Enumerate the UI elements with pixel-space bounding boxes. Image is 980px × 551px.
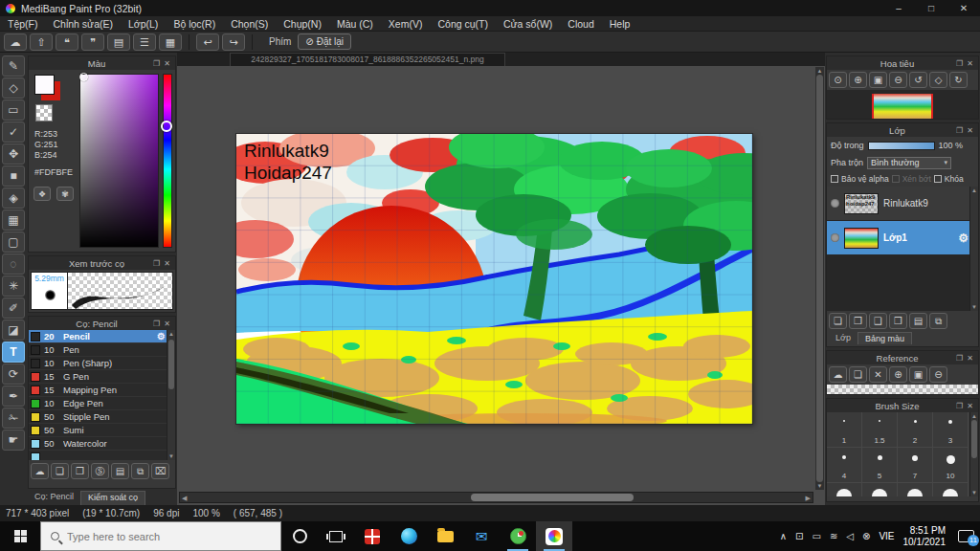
delete-icon[interactable]: ⌧ xyxy=(151,463,169,479)
green-app-button[interactable] xyxy=(500,521,536,551)
gear-icon[interactable]: ⚙ xyxy=(958,231,969,245)
canvas-horizontal-scrollbar[interactable]: ◀ ▶ xyxy=(179,492,813,503)
reset-rotation-icon[interactable]: ◇ xyxy=(929,72,947,88)
brush-size-option[interactable]: 2 xyxy=(898,412,933,448)
menu-cloud[interactable]: Cloud xyxy=(560,18,601,30)
tab-bang-mau[interactable]: Bảng màu xyxy=(858,332,912,344)
fill-tool[interactable]: ■ xyxy=(2,165,25,187)
maximize-button[interactable]: □ xyxy=(915,3,947,13)
mail-button[interactable]: ✉ xyxy=(463,521,500,551)
brush-row-clipped[interactable] xyxy=(29,451,175,460)
brush-row-watercolor[interactable]: 50 Watercolor xyxy=(29,437,175,451)
saturation-value-picker[interactable] xyxy=(79,74,159,248)
new-8bit-layer-icon[interactable]: ❐ xyxy=(849,313,867,329)
zoom-actual-icon[interactable]: ⊙ xyxy=(829,72,847,88)
brush-size-option[interactable]: 10 xyxy=(933,448,969,483)
canvas[interactable]: Rinlukatk9 Hoidap247 xyxy=(236,134,752,424)
clear-icon[interactable]: ✕ xyxy=(869,366,887,383)
sv-cursor[interactable] xyxy=(79,73,88,81)
tab-lop[interactable]: Lớp xyxy=(829,332,858,344)
popout-icon[interactable]: ❐ xyxy=(151,320,162,328)
panel-settings-icon[interactable]: ▦ xyxy=(159,33,182,51)
script-brush-icon[interactable]: Ⓢ xyxy=(91,463,109,479)
navigator-preview[interactable] xyxy=(827,90,978,119)
menu-help[interactable]: Help xyxy=(602,18,638,30)
menu-chon[interactable]: Chọn(S) xyxy=(223,18,276,30)
file-explorer-button[interactable] xyxy=(427,521,463,551)
brush-size-option[interactable]: 1 xyxy=(827,412,862,448)
eraser-tool[interactable]: ◇ xyxy=(2,77,25,99)
brush-size-option[interactable] xyxy=(827,483,862,496)
menu-mau[interactable]: Màu (C) xyxy=(329,18,381,30)
scrollbar-thumb[interactable] xyxy=(168,340,174,389)
start-button[interactable] xyxy=(0,521,40,551)
brush-size-option[interactable]: 3 xyxy=(933,412,969,448)
chat-icon[interactable]: ❞ xyxy=(81,33,104,51)
redo-button[interactable]: ↪ xyxy=(222,33,245,51)
open-folder-icon[interactable]: ❏ xyxy=(849,366,867,383)
edge-button[interactable] xyxy=(390,521,427,551)
tablet-icon[interactable]: ⊡ xyxy=(795,531,803,541)
brush-row-pen[interactable]: 10 Pen xyxy=(29,343,175,357)
close-icon[interactable]: ✕ xyxy=(162,320,172,328)
notification-center-icon[interactable]: 11 xyxy=(958,530,974,542)
close-icon[interactable]: ✕ xyxy=(965,59,975,68)
menu-tep[interactable]: Tệp(F) xyxy=(0,18,46,30)
scroll-up-icon[interactable]: ▲ xyxy=(167,331,175,337)
fit-screen-icon[interactable]: ▣ xyxy=(869,72,887,88)
menu-cong-cu[interactable]: Công cụ(T) xyxy=(430,18,496,30)
primary-color-swatch[interactable] xyxy=(34,75,55,95)
cloud-upload-icon[interactable]: ☁ xyxy=(31,463,49,479)
gradient-tool[interactable]: ▦ xyxy=(2,209,25,231)
brush-size-option[interactable]: 5 xyxy=(862,448,898,483)
menu-lop[interactable]: Lớp(L) xyxy=(121,18,166,30)
text-tool[interactable]: T xyxy=(2,342,25,363)
close-icon[interactable]: ✕ xyxy=(162,259,172,268)
scroll-left-icon[interactable]: ◀ xyxy=(182,495,187,502)
scroll-down-icon[interactable]: ▼ xyxy=(815,483,824,489)
magic-wand-tool[interactable]: ✳ xyxy=(2,276,25,297)
palette-icon[interactable]: ❖ xyxy=(33,187,51,201)
medibang-taskbar-button[interactable] xyxy=(536,521,572,551)
tab-kiem-soat-co[interactable]: Kiểm soát cọ xyxy=(80,491,145,505)
popout-icon[interactable]: ❐ xyxy=(954,402,965,410)
tray-chevron-icon[interactable]: ∧ xyxy=(780,531,787,541)
duplicate-layer-icon[interactable]: ⧉ xyxy=(929,313,947,329)
menu-cua-so[interactable]: Cửa sổ(W) xyxy=(496,18,560,30)
close-icon[interactable]: ✕ xyxy=(965,402,975,410)
cloud-upload-icon[interactable]: ☁ xyxy=(829,366,847,383)
checklist-icon[interactable]: ☰ xyxy=(133,33,156,51)
brush-size-option[interactable]: 7 xyxy=(898,448,933,483)
cortana-button[interactable] xyxy=(281,521,318,551)
close-icon[interactable]: ✕ xyxy=(965,126,975,135)
scrollbar-thumb[interactable] xyxy=(971,420,977,458)
figure-tool[interactable]: ▭ xyxy=(2,99,25,121)
comment-icon[interactable]: ❝ xyxy=(56,33,78,51)
zoom-out-icon[interactable]: ⊖ xyxy=(889,72,907,88)
new-layer-icon[interactable]: ❏ xyxy=(829,313,847,329)
battery-icon[interactable]: ▭ xyxy=(812,531,820,541)
layer-list-scrollbar[interactable]: ▲ ▼ xyxy=(969,187,978,311)
layer-folder-icon[interactable]: ▤ xyxy=(909,313,927,329)
brush-size-option[interactable]: 4 xyxy=(827,448,862,483)
scroll-down-icon[interactable]: ▼ xyxy=(970,304,978,310)
canvas-vertical-scrollbar[interactable]: ▲ ▼ xyxy=(815,67,824,490)
scrollbar-thumb[interactable] xyxy=(816,75,823,482)
close-icon[interactable]: ✕ xyxy=(965,354,975,363)
duplicate-icon[interactable]: ⧉ xyxy=(131,463,149,479)
select-tool[interactable]: ▢ xyxy=(2,231,25,253)
zoom-in-icon[interactable]: ⊕ xyxy=(889,366,907,383)
add-brush-menu-icon[interactable]: ❐ xyxy=(71,463,89,479)
popout-icon[interactable]: ❐ xyxy=(151,59,162,68)
scroll-up-icon[interactable]: ▲ xyxy=(815,68,824,74)
transparent-swatch[interactable] xyxy=(35,104,53,121)
brush-size-option[interactable]: 1.5 xyxy=(862,412,898,448)
rotate-left-icon[interactable]: ↺ xyxy=(909,72,927,88)
undo-button[interactable]: ↩ xyxy=(196,33,219,51)
hue-cursor[interactable] xyxy=(161,121,172,132)
popout-icon[interactable]: ❐ xyxy=(151,259,162,268)
search-input[interactable] xyxy=(67,531,249,542)
popout-icon[interactable]: ❐ xyxy=(954,126,965,135)
opacity-slider[interactable] xyxy=(868,142,935,150)
brush-row-g-pen[interactable]: 15 G Pen xyxy=(29,370,175,384)
